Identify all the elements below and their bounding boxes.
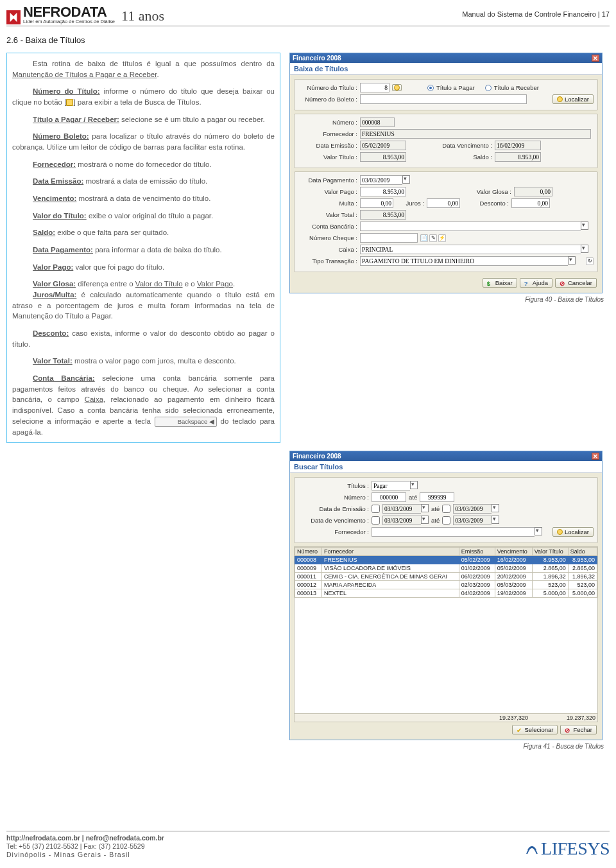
input-valor-pago[interactable] — [360, 187, 406, 196]
label-numero-titulo: Número do Título : — [298, 84, 357, 91]
input-numero-cheque[interactable] — [360, 233, 418, 243]
label-saldo: Saldo : — [409, 153, 492, 161]
table-row[interactable]: 000011CEMIG - CIA. ENERGÉTICA DE MINAS G… — [295, 573, 597, 581]
input-conta-bancaria[interactable] — [360, 221, 581, 231]
input-titulos[interactable] — [372, 481, 410, 490]
para-vencimento: Vencimento: mostrará a data de venciment… — [12, 193, 275, 204]
dialog-titlebar[interactable]: Financeiro 2008 ✕ — [290, 53, 602, 63]
label-emissao: Data Emissão : — [298, 142, 357, 149]
para-conta-bancaria: Conta Bancária: selecione uma conta banc… — [12, 373, 275, 437]
para-valor-titulo: Valor do Título: exibe o valor original … — [12, 211, 275, 221]
para-valor-total: Valor Total: mostra o valor pago com jur… — [12, 356, 275, 367]
label-juros: Juros : — [396, 200, 424, 207]
field-saldo — [495, 152, 541, 162]
dropdown-icon[interactable] — [492, 516, 499, 524]
text-column: Esta rotina de baixa de títulos é igual … — [6, 53, 280, 443]
input-emissao-from[interactable] — [382, 504, 421, 514]
header-divider — [6, 26, 610, 26]
lightning-icon[interactable]: ⚡ — [438, 234, 446, 242]
ajuda-button[interactable]: ?Ajuda — [520, 278, 552, 288]
selecionar-button[interactable]: ✔Selecionar — [512, 725, 558, 734]
radio-titulo-pagar[interactable] — [427, 85, 434, 91]
input-numero-to[interactable] — [420, 492, 454, 502]
footer-total-saldo: 19.237,320 — [567, 715, 595, 721]
table-row[interactable]: 000012MARIA APARECIDA02/03/200905/03/200… — [295, 581, 597, 589]
table-header[interactable]: Fornecedor — [321, 548, 459, 556]
dropdown-icon[interactable] — [492, 504, 499, 512]
brand-subtitle: Líder em Automação de Centros de Diálise — [23, 19, 115, 24]
footer-tel: Tel: +55 (37) 2102-5532 | Fax: (37) 2102… — [6, 842, 610, 850]
table-header[interactable]: Valor Título — [532, 548, 568, 556]
cancelar-button[interactable]: ⊘Cancelar — [555, 278, 597, 288]
dialog-app-name: Financeiro 2008 — [293, 453, 341, 460]
note-icon[interactable]: 📄 — [420, 234, 428, 242]
radio-titulo-receber[interactable] — [485, 85, 492, 91]
para-valor-pago: Valor Pago: valor que foi pago do título… — [12, 262, 275, 273]
results-table: NúmeroFornecedorEmissãoVencimentoValor T… — [294, 546, 598, 722]
table-header[interactable]: Saldo — [568, 548, 597, 556]
para-emissao: Data Emissão: mostrará a data de emissão… — [12, 176, 275, 187]
baixar-button[interactable]: $Baixar — [483, 278, 517, 288]
checkbox-venc-to[interactable] — [442, 516, 450, 525]
label-data-emissao: Data de Emissão : — [298, 505, 369, 512]
dropdown-icon[interactable] — [421, 516, 429, 524]
table-header[interactable]: Emissão — [459, 548, 495, 556]
dropdown-icon[interactable] — [568, 256, 576, 265]
footer-location: Divinópolis - Minas Gerais - Brasil — [6, 851, 610, 858]
table-header[interactable]: Número — [295, 548, 322, 556]
brand-logo: NEFRODATA Líder em Automação de Centros … — [6, 4, 164, 24]
table-row[interactable]: 000009VISÃO LOCADORA DE IMÓVEIS01/02/200… — [295, 564, 597, 573]
dropdown-icon[interactable] — [410, 481, 418, 489]
label-valor-glosa: Valor Glosa : — [409, 188, 511, 195]
table-footer: 19.237,320 19.237,320 — [295, 713, 597, 722]
table-header[interactable]: Vencimento — [495, 548, 532, 556]
panel-pagamento: Data Pagamento : Valor Pago : Valor Glos… — [294, 171, 598, 272]
field-fornecedor — [360, 129, 591, 139]
input-multa[interactable] — [360, 198, 393, 208]
label-fornecedor: Fornecedor : — [298, 528, 369, 535]
refresh-icon[interactable]: ↻ — [586, 257, 594, 265]
fechar-button[interactable]: ⊘Fechar — [560, 725, 597, 734]
input-tipo-transacao[interactable] — [360, 256, 568, 266]
panel-info: Número : Fornecedor : Data Emissão : Dat… — [294, 114, 598, 168]
dialog-titlebar[interactable]: Financeiro 2008 ✕ — [290, 451, 602, 461]
checkbox-venc-from[interactable] — [372, 516, 380, 525]
input-data-pagamento[interactable] — [360, 175, 402, 185]
dropdown-icon[interactable] — [581, 245, 588, 253]
input-numero-titulo[interactable] — [360, 83, 389, 92]
input-desconto[interactable] — [511, 198, 550, 208]
input-venc-to[interactable] — [453, 516, 492, 525]
input-juros[interactable] — [427, 198, 460, 208]
search-icon — [394, 85, 400, 91]
field-valor-glosa — [514, 187, 552, 196]
field-emissao — [360, 141, 406, 150]
input-numero-boleto[interactable] — [360, 94, 527, 104]
close-icon[interactable]: ✕ — [592, 55, 599, 62]
checkbox-emissao-from[interactable] — [372, 505, 380, 513]
para-desconto: Desconto: caso exista, informe o valor d… — [12, 328, 275, 349]
label-radio-pagar: Título a Pagar — [436, 84, 475, 91]
table-row[interactable]: 000013NEXTEL04/02/200919/02/20095.000,00… — [295, 589, 597, 598]
panel-filters: Títulos : Número : até Data de Emissão : — [294, 477, 598, 543]
search-button[interactable] — [392, 84, 402, 91]
checkbox-emissao-to[interactable] — [442, 505, 450, 513]
input-fornecedor[interactable] — [372, 527, 535, 537]
dropdown-icon[interactable] — [535, 527, 542, 535]
lifesys-logo: LIFESYS — [524, 838, 610, 859]
close-icon[interactable]: ✕ — [592, 453, 599, 460]
label-valor-pago: Valor Pago : — [298, 188, 357, 195]
dropdown-icon[interactable] — [402, 175, 410, 184]
dropdown-icon[interactable] — [581, 221, 588, 230]
edit-icon[interactable]: ✎ — [429, 234, 437, 242]
label-numero: Número : — [298, 494, 369, 501]
dropdown-icon[interactable] — [421, 504, 429, 512]
localizar-button[interactable]: Localizar — [552, 94, 594, 104]
input-numero-from[interactable] — [372, 492, 406, 502]
table-row[interactable]: 000008FRESENIUS05/02/200916/02/20098.953… — [295, 556, 597, 564]
label-valor-total: Valor Total : — [298, 211, 357, 218]
localizar-button[interactable]: Localizar — [552, 527, 594, 537]
field-vencimento — [495, 141, 541, 150]
input-caixa[interactable] — [360, 245, 581, 254]
input-venc-from[interactable] — [382, 516, 421, 525]
input-emissao-to[interactable] — [453, 504, 492, 514]
